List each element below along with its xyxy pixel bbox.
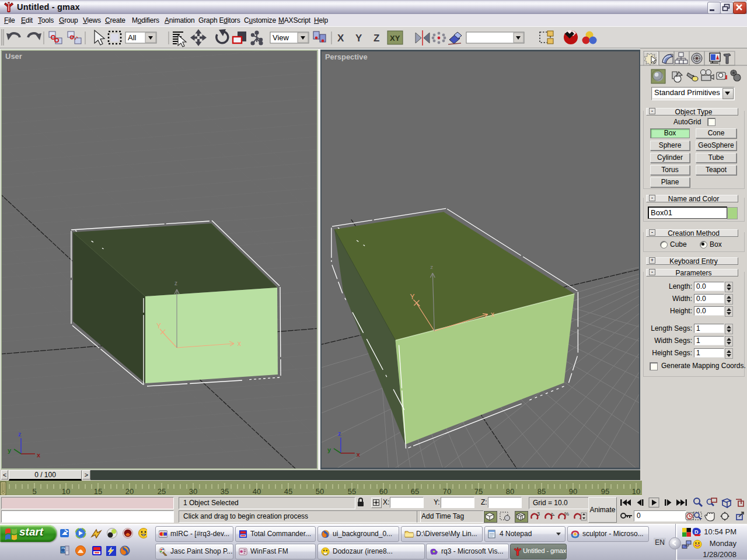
svg-text:10: 10 — [632, 487, 640, 496]
svg-text:85: 85 — [537, 487, 546, 496]
svg-text:z: z — [174, 280, 177, 286]
svg-text:60: 60 — [379, 487, 388, 496]
svg-text:x: x — [238, 340, 241, 348]
svg-text:z: z — [430, 264, 433, 270]
svg-text:D: D — [694, 529, 699, 535]
svg-text:x: x — [37, 452, 41, 459]
svg-text:95: 95 — [601, 487, 609, 496]
svg-text:y: y — [327, 446, 331, 453]
svg-text:20: 20 — [125, 487, 134, 496]
svg-text:⊾: ⊾ — [551, 511, 556, 517]
svg-text:All: All — [128, 33, 137, 42]
svg-text:50: 50 — [316, 487, 324, 496]
svg-text:X: X — [337, 33, 344, 44]
svg-text:10: 10 — [62, 487, 70, 496]
svg-text:35: 35 — [221, 487, 229, 496]
svg-text:45: 45 — [284, 487, 292, 496]
svg-text:5: 5 — [32, 487, 36, 496]
svg-text:70: 70 — [443, 487, 451, 496]
svg-text:z: z — [18, 430, 22, 438]
svg-text:Y: Y — [410, 293, 414, 301]
svg-text:65: 65 — [411, 487, 419, 496]
svg-text:80: 80 — [506, 487, 514, 496]
svg-text:Perspective: Perspective — [325, 52, 368, 61]
svg-text:Y: Y — [156, 322, 161, 330]
svg-text:15: 15 — [94, 487, 102, 496]
svg-text:75: 75 — [474, 487, 483, 496]
svg-text:3: 3 — [537, 511, 540, 517]
svg-text:User: User — [5, 52, 22, 61]
svg-text:XY: XY — [390, 34, 400, 43]
svg-text:25: 25 — [158, 487, 166, 496]
svg-text:x: x — [357, 451, 360, 458]
svg-text:%: % — [564, 511, 569, 517]
svg-text:55: 55 — [348, 487, 356, 496]
svg-text:y: y — [8, 447, 12, 454]
svg-text:Z: Z — [374, 33, 379, 44]
svg-text:View: View — [273, 33, 289, 42]
svg-text:Y: Y — [355, 33, 362, 44]
svg-text:90: 90 — [569, 487, 577, 496]
svg-text:x: x — [491, 310, 494, 318]
svg-text:40: 40 — [253, 487, 261, 496]
svg-text:z: z — [338, 430, 341, 437]
svg-text:30: 30 — [189, 487, 197, 496]
